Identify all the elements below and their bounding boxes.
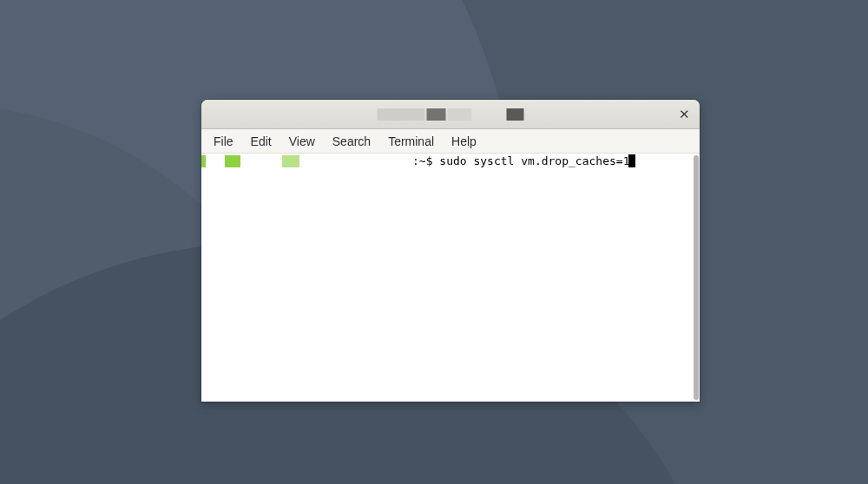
terminal-window: ✕ File Edit View Search Terminal Help :~… (201, 100, 700, 402)
menu-view[interactable]: View (280, 131, 324, 152)
menu-file[interactable]: File (205, 131, 242, 152)
redacted-text (427, 108, 446, 121)
prompt-suffix: :~$ (412, 154, 439, 168)
menu-edit[interactable]: Edit (242, 131, 280, 152)
menu-terminal[interactable]: Terminal (379, 131, 443, 152)
scrollbar-track[interactable] (694, 155, 699, 400)
menu-help[interactable]: Help (443, 131, 485, 152)
menu-search[interactable]: Search (324, 131, 379, 152)
scrollbar-thumb[interactable] (694, 155, 699, 400)
prompt-user-redacted (201, 155, 206, 167)
close-icon: ✕ (679, 107, 690, 122)
window-title-redacted (378, 108, 524, 121)
redacted-text (507, 108, 524, 121)
menubar: File Edit View Search Terminal Help (201, 129, 700, 154)
prompt-user-redacted (225, 155, 240, 167)
redacted-text (378, 108, 425, 121)
command-text: sudo sysctl vm.drop_caches=1 (439, 154, 629, 168)
terminal-cursor (628, 154, 635, 167)
window-titlebar[interactable]: ✕ (201, 100, 700, 129)
terminal-content[interactable]: :~$ sudo sysctl vm.drop_caches=1 (201, 154, 700, 402)
terminal-line: :~$ sudo sysctl vm.drop_caches=1 (201, 154, 700, 168)
close-button[interactable]: ✕ (674, 104, 694, 125)
prompt-host-redacted (282, 155, 299, 167)
redacted-text (448, 108, 472, 121)
